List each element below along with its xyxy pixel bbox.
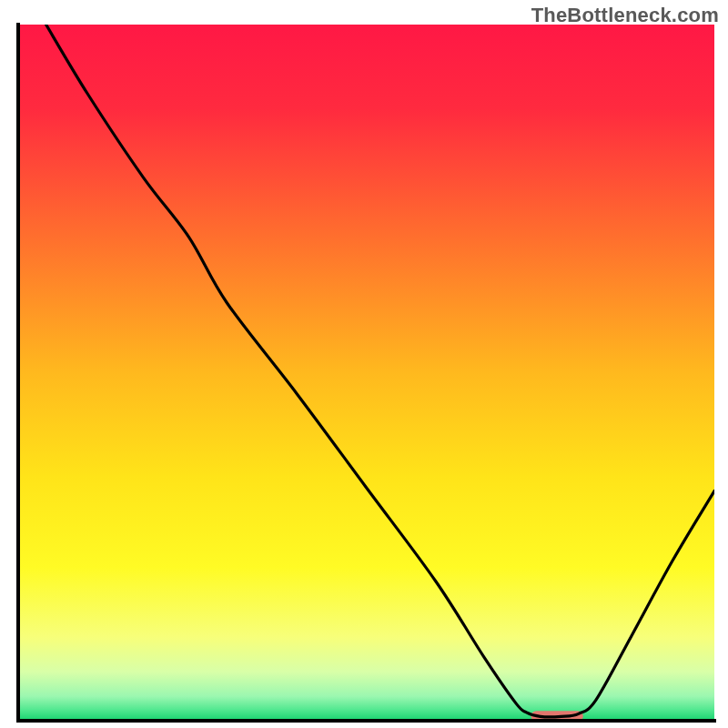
plot-background bbox=[18, 25, 714, 721]
chart-container: TheBottleneck.com bbox=[0, 0, 728, 728]
bottleneck-chart bbox=[0, 0, 728, 728]
